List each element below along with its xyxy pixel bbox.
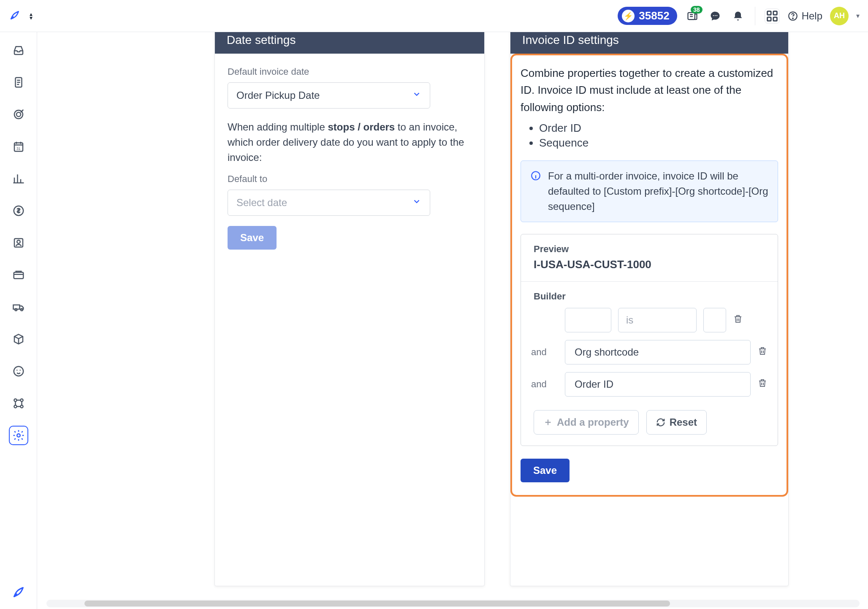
builder-row: and Org shortcode [531,340,768,364]
trash-icon[interactable] [757,378,768,391]
builder-property-select[interactable]: Order ID [565,372,751,397]
svg-point-22 [14,367,23,376]
horizontal-scrollbar-track[interactable] [46,600,860,607]
sidebar-network-icon[interactable] [9,394,28,413]
news-icon[interactable]: 38 [685,8,700,24]
svg-point-26 [20,399,23,401]
svg-point-17 [17,240,20,244]
sidebar-bottom-logo-icon[interactable] [0,585,37,600]
default-to-placeholder: Select date [236,197,287,209]
svg-point-27 [14,405,16,408]
default-invoice-date-label: Default invoice date [228,66,472,77]
credits-pill[interactable]: ⚡ 35852 [618,7,677,25]
invoice-id-header: Invoice ID settings [510,32,788,54]
chevron-down-icon [412,90,421,101]
horizontal-scrollbar-thumb[interactable] [84,601,670,606]
sidebar-settings-icon[interactable] [9,426,28,445]
builder-property-select[interactable]: Org shortcode [565,340,751,364]
main-content: Date settings Default invoice date Order… [37,32,868,609]
user-avatar[interactable]: AH [830,7,849,25]
builder-row: is [531,308,768,332]
sidebar-wallet-icon[interactable] [9,265,28,285]
sidebar-face-icon[interactable] [9,362,28,381]
reset-button[interactable]: Reset [646,410,707,435]
apps-grid-icon[interactable] [765,8,780,24]
builder-connector: and [531,347,558,358]
preview-value: I-USA-USA-CUST-1000 [521,258,778,281]
chevron-down-icon [412,197,421,209]
builder-input-operator[interactable]: is [618,308,697,332]
sidebar-chart-icon[interactable] [9,169,28,188]
svg-point-12 [16,112,21,117]
date-settings-header: Date settings [215,32,484,54]
invoice-id-preview-builder-box: Preview I-USA-USA-CUST-1000 Builder is [521,234,778,446]
svg-point-3 [716,15,717,16]
bolt-icon: ⚡ [622,10,635,22]
svg-point-28 [20,405,23,408]
info-icon [530,170,541,214]
chevron-down-icon[interactable]: ▾ [856,12,860,20]
refresh-icon [656,418,665,427]
add-property-button[interactable]: Add a property [534,410,639,435]
org-switcher-updown-icon[interactable]: ▴▾ [30,12,33,19]
sidebar-dollar-icon[interactable] [9,201,28,220]
builder-row: and Order ID [531,372,768,397]
invoice-id-panel: Invoice ID settings Combine properties t… [510,32,789,586]
svg-point-1 [713,15,713,16]
required-options-list: Order ID Sequence [539,122,778,150]
top-bar: ▴▾ ⚡ 35852 38 Help AH ▾ [0,0,868,32]
trash-icon[interactable] [733,314,743,326]
date-settings-panel: Date settings Default invoice date Order… [214,32,485,586]
callout-text: For a multi-order invoice, invoice ID wi… [548,169,768,214]
plus-icon [543,418,553,427]
sidebar-truck-icon[interactable] [9,297,28,317]
default-to-select[interactable]: Select date [228,190,430,216]
sidebar-package-icon[interactable] [9,329,28,349]
svg-point-29 [17,434,20,437]
svg-rect-7 [773,17,777,21]
invoice-id-description: Combine properties together to create a … [521,65,778,116]
topbar-divider [755,7,755,25]
news-badge: 38 [691,6,703,14]
builder-input-a[interactable] [565,308,611,332]
multi-order-callout: For a multi-order invoice, invoice ID wi… [521,160,778,222]
svg-rect-18 [14,272,23,279]
help-label: Help [802,10,822,22]
date-settings-save-button[interactable]: Save [228,226,277,250]
credits-value: 35852 [639,9,669,22]
svg-text:31: 31 [16,147,21,151]
svg-rect-4 [767,11,771,15]
sidebar-document-icon[interactable] [9,73,28,92]
avatar-initials: AH [834,11,845,20]
default-invoice-date-select[interactable]: Order Pickup Date [228,82,430,109]
svg-rect-5 [773,11,777,15]
builder-input-b[interactable] [703,308,726,332]
required-option: Sequence [539,136,778,150]
help-link[interactable]: Help [787,10,822,22]
svg-point-24 [19,370,21,371]
sidebar-inbox-icon[interactable] [9,41,28,60]
svg-point-9 [792,18,793,19]
svg-point-2 [714,15,715,16]
bell-icon[interactable] [730,8,746,24]
sidebar-calendar-icon[interactable]: 31 [9,137,28,156]
required-option: Order ID [539,122,778,135]
app-logo-icon[interactable] [8,9,21,23]
sidebar-contact-icon[interactable] [9,233,28,253]
chat-icon[interactable] [708,8,723,24]
svg-point-23 [16,370,18,371]
sidebar-target-icon[interactable] [9,105,28,124]
trash-icon[interactable] [757,346,768,359]
preview-label: Preview [521,234,778,258]
multi-order-paragraph: When adding multiple stops / orders to a… [228,120,472,165]
default-to-label: Default to [228,174,472,185]
left-sidebar: 31 [0,32,37,609]
svg-rect-6 [767,17,771,21]
default-invoice-date-value: Order Pickup Date [236,90,320,101]
invoice-id-save-button[interactable]: Save [521,459,570,482]
invoice-id-highlight-frame: Combine properties together to create a … [510,54,788,497]
builder-connector: and [531,379,558,390]
builder-label: Builder [521,282,778,308]
svg-point-25 [14,399,16,401]
